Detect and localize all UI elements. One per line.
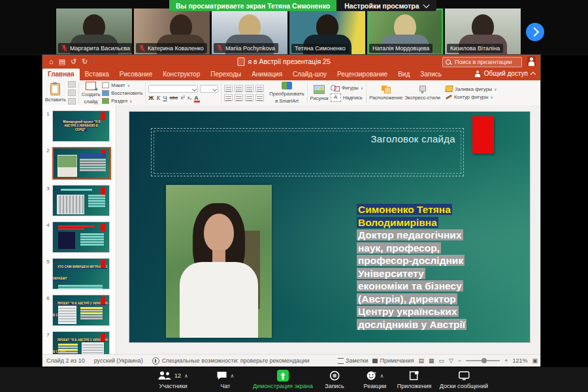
font-size-combobox[interactable] [200, 85, 218, 93]
tab-design[interactable]: Конструктор [157, 69, 205, 80]
indent-increase-icon[interactable] [255, 85, 264, 92]
participants-button[interactable]: 12 ∧ Участники [158, 370, 188, 389]
arrange-button[interactable]: Расположение [369, 86, 402, 101]
arrange-icon [382, 86, 391, 93]
apps-button[interactable]: Приложения [397, 370, 432, 389]
slide-thumbnail-2-selected[interactable] [52, 147, 111, 180]
share-button[interactable]: Общий доступ [474, 70, 535, 77]
comments-button[interactable]: Примечания [372, 357, 414, 364]
video-tile[interactable]: Тетяна Симоненко [289, 8, 365, 55]
whiteboards-button[interactable]: Доски сообщений [440, 370, 488, 389]
tab-review[interactable]: Рецензирование [332, 69, 393, 80]
italic-button[interactable]: К [156, 95, 160, 101]
indent-decrease-icon[interactable] [245, 85, 253, 92]
chat-button[interactable]: ∧ Чат [217, 370, 235, 389]
textbox-button[interactable]: Надпись [331, 93, 363, 102]
slide-thumbnail-4[interactable] [52, 221, 110, 253]
format-painter-icon[interactable] [68, 98, 76, 105]
font-color-button[interactable]: A [194, 95, 199, 101]
slide-title-placeholder[interactable]: Заголовок слайда [151, 128, 464, 176]
layout-button[interactable]: Макет∨ [102, 82, 142, 88]
redo-icon[interactable]: ↻ [82, 57, 88, 66]
bold-button[interactable]: Ж [148, 95, 154, 101]
slideshow-view-icon[interactable]: ▽ [449, 357, 453, 364]
tab-record[interactable]: Запись [415, 69, 447, 80]
shape-fill-button[interactable]: Заливка фигуры∨ [446, 86, 497, 92]
share-screen-button[interactable]: Демонстрация экрана [253, 370, 313, 389]
zoom-in-button[interactable]: + [504, 357, 508, 364]
new-slide-button[interactable]: Создать слайд [82, 82, 101, 105]
video-tile[interactable]: Маргарита Васильєва [56, 8, 132, 55]
next-participants-page-button[interactable] [526, 23, 544, 41]
quick-styles-button[interactable]: Экспресс-стили [404, 86, 440, 101]
search-input[interactable] [453, 58, 516, 66]
video-tile[interactable]: Кизилова Віталіна [445, 8, 521, 55]
video-tile[interactable]: Mariia Pochynkova [212, 8, 287, 55]
video-tile[interactable]: Наталія Мордовцева [367, 8, 443, 55]
fit-to-window-icon[interactable]: ▣ [532, 357, 538, 364]
bullet-list-icon[interactable] [224, 85, 233, 92]
zoom-slider[interactable] [466, 360, 500, 361]
shapes-button[interactable]: Фигуры∨ [331, 84, 363, 91]
search-box[interactable] [442, 57, 522, 67]
slide-portrait-photo[interactable] [166, 185, 272, 338]
section-button[interactable]: Раздел∨ [102, 98, 142, 104]
video-tile[interactable]: Катерина Коваленко [134, 8, 210, 55]
chevron-up-icon[interactable]: ∧ [380, 373, 384, 379]
reactions-button[interactable]: + ∧ Реакции [364, 370, 387, 389]
account-avatar[interactable] [527, 56, 536, 66]
thumbnail-title: ХТО САМІ ВИМУШЕНІ МІГРАНТИ З УКРАЇНИ? [53, 265, 107, 280]
tab-insert[interactable]: Вставка [80, 69, 114, 80]
zoom-out-button[interactable]: − [458, 357, 461, 364]
slide-thumbnail-6[interactable]: ПРОЕКТ "Я В АВСТРІЇ З УКРАЇНОЮ В СЕРЦІ" [52, 295, 110, 326]
convert-to-smartart-button[interactable]: Преобразовать в SmartArt [269, 82, 304, 104]
tab-view[interactable]: Вид [393, 69, 415, 80]
slide-bio-textblock[interactable]: Симоненко Тетяна Володимирівна Доктор пе… [357, 203, 481, 331]
save-icon[interactable]: ▤ [59, 57, 65, 66]
tab-slideshow[interactable]: Слайд-шоу [287, 69, 332, 80]
language-indicator[interactable]: русский (Украина) [94, 357, 143, 364]
reading-view-icon[interactable]: ▭ [438, 357, 444, 364]
tab-transitions[interactable]: Переходы [205, 69, 246, 80]
cut-icon[interactable] [68, 81, 76, 88]
align-left-icon[interactable] [224, 94, 233, 101]
strikethrough-button[interactable]: abc [169, 95, 178, 101]
slide-thumbnail-5[interactable]: ХТО САМІ ВИМУШЕНІ МІГРАНТИ З УКРАЇНИ? [52, 258, 110, 289]
record-icon [329, 370, 340, 381]
notes-button[interactable]: Заметки [338, 357, 368, 364]
normal-view-icon[interactable]: ▤ [418, 357, 424, 364]
zoom-level[interactable]: 121% [512, 357, 527, 364]
tab-home[interactable]: Главная [42, 69, 80, 80]
paste-button[interactable]: Вставить [45, 83, 66, 103]
chevron-up-icon[interactable]: ∧ [231, 373, 235, 379]
undo-icon[interactable]: ↺ [71, 57, 76, 66]
numbered-list-icon[interactable] [235, 85, 243, 92]
slide-sorter-view-icon[interactable]: ▦ [429, 357, 434, 364]
subscript-button[interactable]: x₂ [188, 95, 192, 101]
chevron-up-icon[interactable]: ∧ [184, 373, 188, 379]
slide-red-rectangle[interactable] [472, 116, 494, 154]
record-button[interactable]: Запись [325, 370, 344, 389]
customize-qat-icon[interactable]: ∨ [93, 59, 96, 64]
font-name-combobox[interactable] [148, 85, 198, 93]
slide-thumbnail-1[interactable]: Міжнародний проект "Я В АВСТРІЇ З УКРАЇН… [52, 110, 110, 142]
zoom-slider-knob[interactable] [482, 358, 487, 363]
reset-button[interactable]: Восстановить [102, 90, 142, 96]
home-icon[interactable]: ⌂ [49, 57, 54, 65]
underline-button[interactable]: Ч [163, 95, 167, 101]
slide-thumbnail-3[interactable] [52, 185, 110, 216]
copy-icon[interactable] [68, 90, 76, 96]
participant-name: Тетяна Симоненко [295, 45, 346, 52]
superscript-button[interactable]: x² [180, 95, 184, 101]
shape-outline-button[interactable]: Контур фигуры∨ [446, 94, 497, 100]
tab-draw[interactable]: Рисование [114, 69, 157, 80]
view-options-button[interactable]: Настройки просмотра [336, 0, 436, 11]
current-slide[interactable]: Заголовок слайда Симоненко Тетяна Володи… [129, 112, 530, 342]
tab-animations[interactable]: Анимация [246, 69, 287, 80]
align-right-icon[interactable] [245, 94, 253, 101]
justify-icon[interactable] [255, 94, 264, 101]
picture-button[interactable]: Рисунок [310, 85, 329, 101]
accessibility-checker[interactable]: Специальные возможности: проверьте реком… [152, 357, 310, 365]
slide-thumbnail-7[interactable]: ПРОЕКТ "Я В АВСТРІЇ З УКРАЇНОЮ В СЕРЦІ" [52, 331, 110, 355]
align-center-icon[interactable] [235, 94, 243, 101]
